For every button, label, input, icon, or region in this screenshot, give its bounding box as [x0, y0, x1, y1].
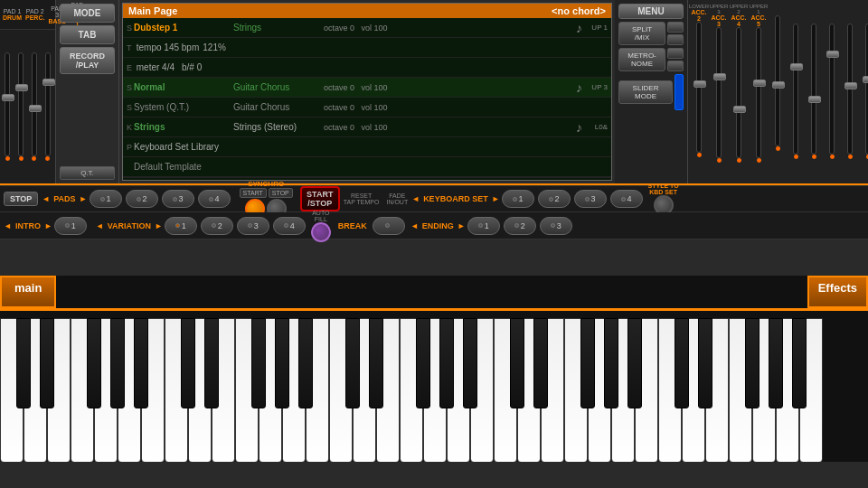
ending-btn-2[interactable]: 2	[504, 217, 536, 235]
slider-mode-button[interactable]: SLIDERMODE	[618, 80, 673, 104]
split-mix-sub2[interactable]	[667, 34, 684, 45]
menu-button[interactable]: MENU	[618, 4, 684, 19]
right-slider-8[interactable]	[826, 23, 837, 159]
track-row-tempo[interactable]: T tempo 145 bpm 121%	[123, 38, 611, 58]
synchro-start-btn[interactable]: START	[240, 188, 267, 198]
record-play-button[interactable]: RECORD/PLAY	[60, 47, 115, 74]
split-mix-sub1[interactable]	[667, 22, 684, 33]
left-slider-2[interactable]	[18, 52, 24, 161]
track-row-default[interactable]: Default Template	[123, 157, 611, 177]
right-slider-upper1[interactable]	[753, 27, 764, 163]
black-key-4-5[interactable]	[792, 318, 807, 408]
right-slider-6[interactable]	[790, 23, 801, 159]
display-header: Main Page <no chord>	[123, 4, 611, 18]
right-slider-lower[interactable]	[693, 22, 704, 157]
split-mix-button[interactable]: SPLIT/MIX	[618, 22, 665, 45]
black-key-2-0[interactable]	[345, 318, 360, 408]
left-slider-1[interactable]	[5, 52, 11, 161]
black-key-0-0[interactable]	[16, 318, 31, 408]
bottom-section: main Effects	[0, 276, 868, 488]
kbd-btn-4[interactable]: 4	[610, 190, 643, 208]
black-key-2-4[interactable]	[439, 318, 454, 408]
auto-fill-btn[interactable]	[311, 222, 331, 242]
pads-label: PADS	[53, 194, 75, 203]
break-btn[interactable]	[373, 217, 405, 235]
right-slider-upper2[interactable]	[733, 27, 744, 163]
start-stop-button[interactable]: START/STOP	[300, 186, 340, 211]
reset-label: RESET	[351, 192, 372, 199]
black-key-0-4[interactable]	[110, 318, 125, 408]
metro-sub1[interactable]	[667, 48, 684, 59]
black-key-1-0[interactable]	[181, 318, 195, 408]
black-key-0-5[interactable]	[134, 318, 148, 408]
black-key-1-4[interactable]	[275, 318, 289, 408]
pad-btn-3[interactable]: 3	[162, 190, 194, 208]
black-key-2-5[interactable]	[463, 318, 477, 408]
fade-label: FADE	[389, 192, 405, 199]
pad-btn-2[interactable]: 2	[126, 190, 158, 208]
app-container: PAD 1 DRUM PAD 2 PERC. PAD 3 BASS PAD 4 …	[0, 0, 868, 488]
synchro-stop-btn[interactable]: STOP	[269, 188, 293, 198]
variation-btn-4[interactable]: 4	[273, 217, 306, 235]
intro-btn-1[interactable]: 1	[54, 217, 87, 235]
track-row-system[interactable]: S System (Q.T.) Guitar Chorus octave 0 v…	[123, 98, 611, 117]
kbd-btn-2[interactable]: 2	[538, 190, 571, 208]
effects-button[interactable]: Effects	[807, 276, 868, 308]
right-slider-upper3[interactable]	[713, 27, 724, 163]
ending-label: ENDING	[422, 221, 454, 230]
pad-btn-4[interactable]: 4	[198, 190, 231, 208]
main-display-area: Main Page <no chord> S Dubstep 1 Strings…	[119, 0, 615, 183]
black-key-0-3[interactable]	[87, 318, 101, 408]
black-key-4-0[interactable]	[675, 318, 689, 408]
track-row-kbl[interactable]: P Keyboard Set Library	[123, 137, 611, 157]
variation-btn-3[interactable]: 3	[237, 217, 269, 235]
right-slider-5[interactable]	[772, 15, 783, 151]
style-to-kbd-label: STYLE TO	[648, 183, 679, 189]
right-slider-10[interactable]	[863, 23, 868, 159]
pad-btn-1[interactable]: 1	[90, 190, 122, 208]
mode-panel: MODE TAB RECORD/PLAY Q.T.	[56, 0, 119, 183]
main-button[interactable]: main	[0, 276, 56, 308]
kbd-btn-3[interactable]: 3	[574, 190, 607, 208]
black-key-4-4[interactable]	[769, 318, 783, 408]
display-chord: <no chord>	[552, 5, 606, 16]
kbd-btn-1[interactable]: 1	[502, 190, 534, 208]
variation-btn-1[interactable]: 1	[165, 217, 197, 235]
black-key-3-4[interactable]	[604, 318, 618, 408]
qt-button[interactable]: Q.T.	[60, 166, 115, 180]
variation-row: ◄ INTRO ► 1 ◄ VARIATION ► 1 2 3 4 AUTO F…	[0, 212, 868, 239]
black-key-2-3[interactable]	[416, 318, 430, 408]
tab-button[interactable]: TAB	[60, 25, 115, 44]
black-key-4-1[interactable]	[698, 318, 712, 408]
ending-btn-3[interactable]: 3	[540, 217, 572, 235]
track-row-normal[interactable]: S Normal Guitar Chorus octave 0 vol 100 …	[123, 78, 611, 98]
variation-btn-2[interactable]: 2	[201, 217, 233, 235]
black-key-4-3[interactable]	[745, 318, 760, 408]
black-key-3-1[interactable]	[533, 318, 548, 408]
black-key-3-3[interactable]	[580, 318, 595, 408]
left-slider-4[interactable]	[44, 52, 51, 161]
controls-section: STOP ◄ PADS ► 1 2 3 4 SYNCHRO START STOP	[0, 185, 868, 276]
black-key-1-1[interactable]	[204, 318, 219, 408]
black-key-3-0[interactable]	[510, 318, 524, 408]
black-key-0-1[interactable]	[40, 318, 54, 408]
ending-btn-1[interactable]: 1	[467, 217, 500, 235]
right-slider-9[interactable]	[844, 23, 855, 159]
track-row-meter[interactable]: E meter 4/4 b/# 0	[123, 58, 611, 78]
metro-sub2[interactable]	[667, 61, 684, 71]
black-key-1-5[interactable]	[298, 318, 313, 408]
mode-button[interactable]: MODE	[60, 4, 115, 23]
pad2-col: PAD 2 PERC.	[25, 8, 44, 21]
black-key-3-5[interactable]	[627, 318, 642, 408]
main-effects-row: main Effects	[0, 276, 868, 308]
track-row-strings[interactable]: K Strings Strings (Stereo) octave 0 vol …	[123, 117, 611, 137]
track-row-0[interactable]: S Dubstep 1 Strings octave 0 vol 100 ♪ U…	[123, 18, 611, 38]
piano-section	[0, 308, 868, 462]
black-key-2-1[interactable]	[369, 318, 383, 408]
black-key-1-3[interactable]	[251, 318, 266, 408]
left-slider-3[interactable]	[32, 52, 38, 161]
right-sliders-section: LOWER ACC. 2 UPPER 3 ACC. 3 UPPER 2 ACC.…	[687, 0, 868, 183]
right-slider-7[interactable]	[808, 23, 819, 159]
stop-button[interactable]: STOP	[4, 192, 38, 206]
metronome-button[interactable]: METRO-NOME	[618, 48, 665, 71]
